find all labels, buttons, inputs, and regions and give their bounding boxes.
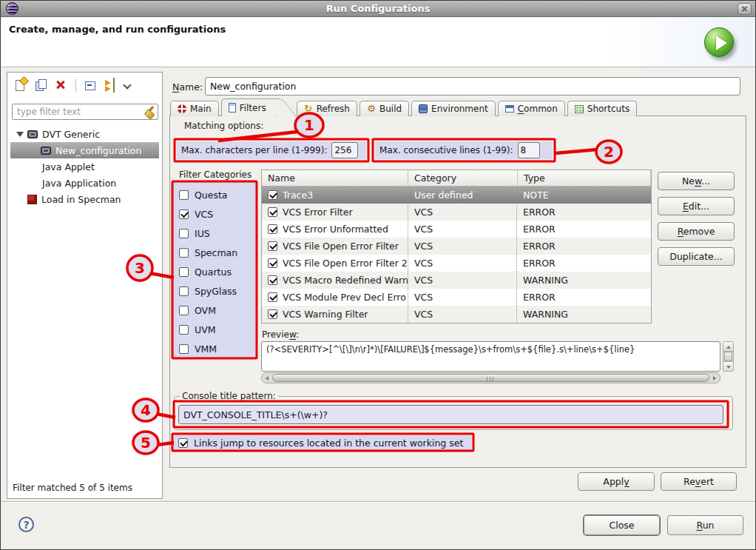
preview-text[interactable]: (?<SEVERITY>[^\[\]\n\r]*)\[FAILURE\]${me… bbox=[261, 341, 720, 372]
row-name-text: VCS Module Prev Decl Erro bbox=[283, 292, 406, 303]
category-questa[interactable]: Questa bbox=[173, 185, 256, 204]
apply-button[interactable]: Apply bbox=[578, 472, 655, 491]
button-remove[interactable]: Remove bbox=[658, 222, 735, 241]
button-edit[interactable]: Edit... bbox=[658, 197, 735, 215]
tab-common[interactable]: Common bbox=[498, 101, 565, 116]
help-button[interactable]: ? bbox=[18, 517, 34, 532]
column-header-type[interactable]: Type bbox=[518, 170, 651, 186]
revert-button[interactable]: Revert bbox=[661, 472, 737, 491]
tab-label: Environment bbox=[431, 104, 488, 114]
preview-label: Preview: bbox=[262, 329, 299, 340]
tab-shortcuts[interactable]: Shortcuts bbox=[567, 101, 637, 116]
delete-configuration-icon[interactable] bbox=[53, 78, 68, 93]
max-lines-input[interactable] bbox=[518, 142, 540, 158]
column-header-name[interactable]: Name bbox=[262, 170, 408, 186]
tab-filters[interactable]: Filters bbox=[221, 98, 277, 116]
button-new[interactable]: New... bbox=[658, 172, 735, 190]
column-header-category[interactable]: Category bbox=[408, 170, 518, 186]
scroll-left-icon[interactable] bbox=[262, 373, 273, 383]
button-duplicate[interactable]: Duplicate... bbox=[658, 247, 735, 266]
category-checkbox[interactable] bbox=[179, 306, 189, 315]
tab-environment[interactable]: Environment bbox=[411, 101, 496, 116]
tab-build[interactable]: Build bbox=[360, 101, 409, 116]
table-row-trace3[interactable]: Trace3User definedNOTE bbox=[262, 187, 651, 204]
collapse-all-icon[interactable] bbox=[83, 78, 98, 93]
row-checkbox[interactable] bbox=[268, 309, 277, 319]
category-spyglass[interactable]: SpyGlass bbox=[173, 281, 256, 301]
cell-category: User defined bbox=[408, 187, 517, 204]
tree-item-dvt-generic[interactable]: DVT Generic bbox=[10, 126, 159, 142]
table-row-vcs-macro-redefined-warn[interactable]: VCS Macro Redefined WarnVCSWARNING bbox=[262, 272, 651, 289]
table-row-vcs-error-unformatted[interactable]: VCS Error UnformattedVCSERROR bbox=[262, 221, 651, 238]
row-checkbox[interactable] bbox=[268, 224, 277, 234]
row-checkbox[interactable] bbox=[268, 241, 277, 251]
row-name-text: Trace3 bbox=[283, 190, 313, 201]
tree-item-java-applet[interactable]: Java Applet bbox=[10, 158, 159, 175]
tree-item-new-configuration[interactable]: New_configuration bbox=[10, 142, 159, 158]
configurations-tree: DVT GenericNew_configurationJava AppletJ… bbox=[7, 126, 162, 207]
filter-launch-configurations-icon[interactable] bbox=[103, 78, 118, 93]
tree-item-java-application[interactable]: Java Application bbox=[10, 175, 159, 191]
preview-vertical-scrollbar[interactable] bbox=[723, 341, 734, 372]
filter-match-status: Filter matched 5 of 5 items bbox=[13, 483, 132, 493]
category-ovm[interactable]: OVM bbox=[173, 301, 256, 320]
category-checkbox[interactable] bbox=[179, 190, 189, 200]
links-jump-checkbox[interactable] bbox=[178, 438, 188, 448]
row-checkbox[interactable] bbox=[268, 190, 277, 200]
clear-filter-icon[interactable] bbox=[144, 106, 155, 118]
category-checkbox[interactable] bbox=[179, 229, 189, 238]
row-checkbox[interactable] bbox=[268, 292, 277, 302]
links-jump-row[interactable]: Links jump to resources located in the c… bbox=[174, 435, 472, 450]
category-specman[interactable]: Specman bbox=[173, 243, 256, 262]
category-checkbox[interactable] bbox=[179, 267, 189, 277]
filter-actions: New...Edit...RemoveDuplicate... bbox=[658, 172, 735, 266]
scroll-right-icon[interactable] bbox=[709, 373, 720, 383]
vertical-scroll-thumb[interactable] bbox=[724, 352, 732, 361]
max-chars-input[interactable] bbox=[331, 142, 358, 158]
category-vmm[interactable]: VMM bbox=[173, 339, 256, 358]
duplicate-configuration-icon[interactable] bbox=[33, 78, 48, 93]
row-checkbox[interactable] bbox=[268, 275, 277, 285]
table-row-vcs-module-prev-decl-erro[interactable]: VCS Module Prev Decl ErroVCSERROR bbox=[262, 289, 651, 306]
cell-name: VCS Error Unformatted bbox=[262, 221, 408, 238]
footer-separator bbox=[1, 501, 755, 503]
category-label: Questa bbox=[195, 190, 228, 201]
preview-horizontal-scrollbar[interactable] bbox=[261, 372, 720, 383]
console-title-pattern-input[interactable] bbox=[178, 405, 723, 424]
row-checkbox[interactable] bbox=[268, 258, 277, 268]
run-button[interactable]: Run bbox=[667, 515, 743, 535]
table-row-vcs-file-open-error-filter[interactable]: VCS File Open Error FilterVCSERROR bbox=[262, 238, 651, 255]
filter-input[interactable] bbox=[12, 104, 158, 120]
configuration-name-input[interactable] bbox=[205, 77, 740, 95]
category-vcs[interactable]: VCS bbox=[173, 204, 256, 224]
category-quartus[interactable]: Quartus bbox=[173, 262, 256, 281]
tab-refresh[interactable]: Refresh bbox=[297, 101, 357, 116]
row-checkbox[interactable] bbox=[268, 207, 277, 217]
category-checkbox[interactable] bbox=[179, 344, 189, 354]
view-menu-chevron-icon[interactable] bbox=[123, 78, 132, 93]
cell-type: ERROR bbox=[516, 238, 649, 255]
table-row-vcs-error-filter[interactable]: VCS Error FilterVCSERROR bbox=[262, 204, 651, 221]
cell-type: WARNING bbox=[516, 272, 649, 289]
title-bar[interactable]: Run Configurations bbox=[1, 1, 755, 17]
tree-toolbar bbox=[13, 77, 137, 93]
category-checkbox[interactable] bbox=[179, 286, 189, 296]
cell-name: VCS File Open Error Filter 2 bbox=[262, 255, 408, 272]
cell-type: ERROR bbox=[516, 204, 649, 221]
category-ius[interactable]: IUS bbox=[173, 224, 256, 243]
category-checkbox[interactable] bbox=[179, 248, 189, 258]
scroll-down-icon[interactable] bbox=[723, 361, 733, 371]
category-uvm[interactable]: UVM bbox=[173, 320, 256, 339]
window-close-button[interactable] bbox=[738, 3, 752, 15]
table-row-vcs-warning-filter[interactable]: VCS Warning FilterVCSWARNING bbox=[262, 306, 651, 323]
new-configuration-icon[interactable] bbox=[13, 78, 28, 93]
expander-icon[interactable] bbox=[14, 126, 27, 142]
tree-item-load-in-specman[interactable]: Load in Specman bbox=[10, 191, 159, 207]
table-row-vcs-file-open-error-filter-2[interactable]: VCS File Open Error Filter 2VCSERROR bbox=[262, 255, 651, 272]
close-button[interactable]: Close bbox=[584, 515, 660, 535]
category-checkbox[interactable] bbox=[179, 325, 189, 335]
scroll-up-icon[interactable] bbox=[723, 342, 733, 352]
category-checkbox[interactable] bbox=[179, 209, 189, 219]
horizontal-scroll-thumb[interactable] bbox=[272, 374, 709, 382]
tab-main[interactable]: Main bbox=[170, 101, 219, 116]
